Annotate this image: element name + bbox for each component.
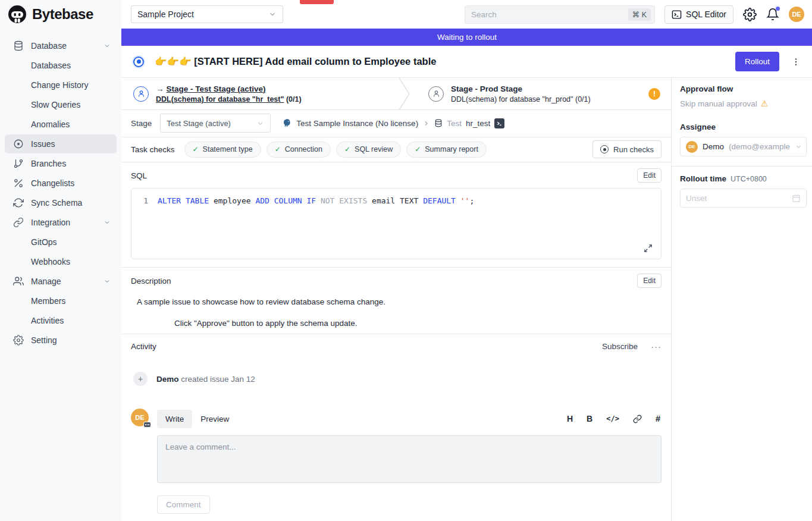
link-icon xyxy=(13,217,24,228)
sidebar-item-manage[interactable]: Manage xyxy=(5,272,117,291)
chat-bubble-icon xyxy=(143,422,151,428)
instance-name[interactable]: Test Sample Instance (No license) xyxy=(296,119,418,128)
tab-write[interactable]: Write xyxy=(157,410,192,428)
check-pass-icon: ✓ xyxy=(415,145,421,153)
notification-bell-icon[interactable] xyxy=(766,8,779,21)
comment-input[interactable] xyxy=(157,435,661,483)
changelist-icon xyxy=(13,178,24,189)
more-actions-icon[interactable] xyxy=(789,55,803,69)
stage-pipeline: →Stage - Test Stage (active) DDL(schema)… xyxy=(121,78,671,110)
database-breadcrumb: Test Sample Instance (No license) Test h… xyxy=(283,118,504,128)
sidebar-item-webhooks[interactable]: Webhooks xyxy=(5,252,117,271)
main-content: →Stage - Test Stage (active) DDL(schema)… xyxy=(121,78,671,521)
brand-logo[interactable]: Bytebase xyxy=(0,0,121,29)
comment-submit-button[interactable]: Comment xyxy=(157,495,210,514)
link-format-icon[interactable] xyxy=(633,415,642,423)
issues-icon xyxy=(13,139,24,149)
rollout-time-picker[interactable] xyxy=(680,189,807,208)
notification-dot xyxy=(776,7,780,11)
assignee-label: Assignee xyxy=(680,123,807,131)
sql-edit-button[interactable]: Edit xyxy=(637,168,661,183)
calendar-icon xyxy=(792,194,801,203)
sidebar-item-gitops[interactable]: GitOps xyxy=(5,233,117,252)
current-stage-arrow: → xyxy=(156,84,164,93)
rollout-timezone: UTC+0800 xyxy=(731,175,767,183)
stage-separator xyxy=(399,78,410,110)
person-icon xyxy=(428,86,444,102)
heading-format-icon[interactable]: H xyxy=(567,414,573,423)
sidebar-item-databases[interactable]: Databases xyxy=(5,56,117,75)
sidebar-item-integration[interactable]: Integration xyxy=(5,213,117,232)
sidebar-item-activities[interactable]: Activities xyxy=(5,311,117,330)
expand-editor-icon[interactable] xyxy=(644,244,653,253)
user-avatar[interactable]: DE xyxy=(789,7,804,22)
rollout-time-field[interactable] xyxy=(686,194,792,203)
check-pass-icon: ✓ xyxy=(344,145,350,153)
postgres-icon xyxy=(283,118,292,128)
activity-more-icon[interactable]: ··· xyxy=(651,341,661,351)
comment-avatar: DE xyxy=(131,409,149,426)
description-section: Description Edit A sample issue to showc… xyxy=(121,267,671,334)
sidebar-item-database[interactable]: Database xyxy=(5,36,117,55)
code-format-icon[interactable]: </> xyxy=(606,415,619,423)
search-input[interactable]: ⌘ K xyxy=(465,5,655,24)
chevron-down-icon xyxy=(256,120,264,127)
open-sql-editor-icon[interactable] xyxy=(494,118,504,128)
check-connection[interactable]: ✓ Connection xyxy=(267,142,331,158)
database-icon xyxy=(13,40,24,51)
sidebar-item-branches[interactable]: Branches xyxy=(5,154,117,173)
sql-editor[interactable]: 1 ALTER TABLE employee ADD COLUMN IF NOT… xyxy=(131,188,661,259)
sql-label: SQL xyxy=(131,171,147,180)
activity-entry: + Demo created issue Jan 12 xyxy=(133,372,661,386)
sidebar-item-sync-schema[interactable]: Sync Schema xyxy=(5,193,117,212)
hash-format-icon[interactable]: # xyxy=(656,414,660,423)
task-checks-label: Task checks xyxy=(131,145,175,154)
assignee-select[interactable]: DE Demo (demo@example xyxy=(680,137,807,156)
rollout-time-label: Rollout time xyxy=(680,174,726,183)
sql-statement: 1 ALTER TABLE employee ADD COLUMN IF NOT… xyxy=(131,195,661,206)
tab-preview[interactable]: Preview xyxy=(192,410,237,428)
issue-side-panel: Approval flow Skip manual approval ⚠ Ass… xyxy=(671,78,812,521)
comment-editor: DE Write Preview H B </> xyxy=(131,409,661,514)
description-label: Description xyxy=(131,277,171,285)
sidebar-item-change-history[interactable]: Change History xyxy=(5,76,117,95)
gear-icon xyxy=(13,335,24,346)
run-icon xyxy=(600,145,609,153)
app-root: Bytebase Database Databases Change Histo… xyxy=(0,0,812,521)
check-statement-type[interactable]: ✓ Statement type xyxy=(184,142,261,158)
project-select[interactable]: Sample Project xyxy=(131,5,283,23)
panel-divider xyxy=(672,166,812,167)
sql-section: SQL Edit 1 ALTER TABLE employee ADD COLU… xyxy=(121,162,671,267)
check-summary-report[interactable]: ✓ Summary report xyxy=(406,142,487,158)
stage-select[interactable]: Test Stage (active) xyxy=(160,114,271,133)
issue-status-icon xyxy=(133,57,144,67)
sql-editor-button[interactable]: SQL Editor xyxy=(664,5,733,24)
search-field[interactable] xyxy=(471,10,628,19)
brand-name: Bytebase xyxy=(32,6,93,23)
subscribe-button[interactable]: Subscribe xyxy=(602,342,638,351)
settings-gear-icon[interactable] xyxy=(743,8,757,21)
run-checks-button[interactable]: Run checks xyxy=(592,140,661,158)
warning-triangle-icon: ⚠ xyxy=(761,99,769,108)
sidebar-item-anomalies[interactable]: Anomalies xyxy=(5,115,117,134)
stage-card-test[interactable]: →Stage - Test Stage (active) DDL(schema)… xyxy=(121,78,390,109)
approval-flow-label: Approval flow xyxy=(680,84,807,93)
database-name[interactable]: hr_test xyxy=(466,119,490,128)
sidebar-item-setting[interactable]: Setting xyxy=(5,331,117,350)
description-edit-button[interactable]: Edit xyxy=(637,274,661,288)
sidebar-item-members[interactable]: Members xyxy=(5,291,117,310)
sidebar-item-changelists[interactable]: Changelists xyxy=(5,174,117,193)
branch-icon xyxy=(13,158,24,169)
search-shortcut-badge: ⌘ K xyxy=(628,8,651,21)
sidebar-item-issues[interactable]: Issues xyxy=(5,134,117,153)
attention-alert-icon: ! xyxy=(648,88,660,100)
sidebar-nav: Database Databases Change History Slow Q… xyxy=(0,29,121,350)
sidebar-item-slow-queries[interactable]: Slow Queries xyxy=(5,95,117,114)
stage-card-prod[interactable]: Stage - Prod Stage DDL(schema) for datab… xyxy=(416,78,591,109)
rollout-button[interactable]: Rollout xyxy=(735,52,779,71)
chevron-down-icon xyxy=(795,143,802,150)
activity-section: Activity Subscribe ··· + Demo created is… xyxy=(121,334,671,521)
bold-format-icon[interactable]: B xyxy=(587,414,592,423)
chevron-down-icon xyxy=(268,10,277,18)
check-sql-review[interactable]: ✓ SQL review xyxy=(336,142,401,158)
